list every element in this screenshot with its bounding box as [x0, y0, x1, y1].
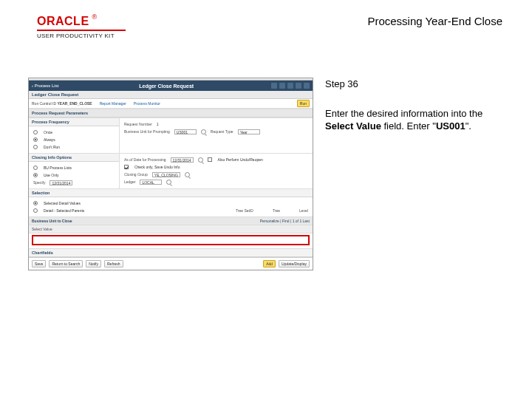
select-value-col: Select Value — [32, 227, 52, 231]
select-value-field[interactable] — [32, 235, 310, 245]
closing-group-input[interactable]: YE_CLOSING — [152, 172, 180, 177]
step-label: Step 36 — [325, 78, 497, 91]
oracle-upk-logo: ORACLE ® USER PRODUCTIVITY KIT — [37, 15, 126, 39]
label-selected-detail: Selected Detail Values — [44, 201, 81, 205]
request-type-label: Request Type — [211, 129, 233, 134]
notify-button[interactable]: Notify — [86, 260, 101, 267]
panel-closing-options: Closing Info Options — [29, 154, 119, 162]
instr-mid: field. Enter " — [381, 120, 436, 132]
refresh-button[interactable]: Refresh — [104, 260, 123, 267]
instruction-text: Enter the desired information into the S… — [325, 107, 497, 133]
label-detail-parents: Detail - Selected Parents — [44, 208, 84, 213]
radio-process-lists[interactable] — [33, 166, 38, 170]
instr-us001: US001 — [436, 120, 466, 132]
as-of-date-input[interactable]: 12/31/2014 — [171, 157, 194, 163]
request-type-input[interactable]: Year — [238, 129, 260, 134]
search-icon[interactable] — [279, 83, 285, 89]
grid-col-tree-setid: Tree SetID — [236, 208, 253, 213]
navbar-icons — [271, 83, 310, 89]
grid-col-tree: Tree — [273, 208, 280, 213]
upk-subtitle: USER PRODUCTIVITY KIT — [37, 33, 126, 39]
update-display-button[interactable]: Update/Display — [279, 260, 310, 267]
label-use-only: Use Only — [44, 173, 59, 177]
radio-use-only[interactable] — [33, 173, 38, 177]
instr-post: ". — [466, 120, 471, 132]
app-navbar: ‹ Process List Ledger Close Request — [29, 81, 313, 91]
nav-icon[interactable] — [296, 83, 301, 89]
radio-dont-run[interactable] — [33, 145, 38, 149]
logo-rule — [37, 30, 126, 31]
back-to-process-list[interactable]: ‹ Process List — [32, 83, 58, 88]
grid-personalize-bar[interactable]: Personalize | Find | 1 of 1 Last — [260, 219, 310, 223]
check-only-label: Check only, Save Undo Info — [134, 165, 180, 169]
calendar-icon[interactable] — [198, 157, 203, 163]
lookup-icon[interactable] — [166, 180, 171, 185]
run-control-id-value: YEAR_END_CLOSE — [57, 101, 92, 106]
grid-col-level: Level — [299, 208, 308, 213]
request-number-value: 1 — [157, 122, 159, 126]
radio-always[interactable] — [33, 137, 38, 142]
lookup-icon[interactable] — [201, 129, 206, 134]
menu-icon[interactable] — [304, 83, 310, 89]
panel-process-request-parameters: Process Request Parameters — [29, 109, 313, 117]
report-manager-link[interactable]: Report Manager — [100, 101, 126, 106]
notifications-icon[interactable] — [287, 83, 293, 89]
home-icon[interactable] — [271, 83, 277, 89]
check-only-checkbox[interactable] — [124, 165, 129, 169]
panel-selection: Selection — [29, 189, 313, 197]
label-once: Once — [44, 130, 52, 134]
as-of-date-label: As of Date for Processing — [124, 157, 166, 162]
panel-process-frequency: Process Frequency — [29, 118, 119, 126]
save-button[interactable]: Save — [32, 260, 46, 267]
label-process-lists: BU Process Lists — [44, 166, 72, 170]
radio-once[interactable] — [33, 130, 38, 134]
run-control-id-label: Run Control ID — [32, 101, 56, 106]
panel-chartfields: Chartfields — [29, 249, 313, 257]
navbar-title: Ledger Close Request — [139, 83, 194, 89]
ledger-input[interactable]: LOCAL — [140, 180, 162, 185]
radio-detail-parents[interactable] — [33, 208, 38, 213]
run-button[interactable]: Run — [297, 100, 310, 107]
breadcrumb: Ledger Close Request — [32, 92, 78, 97]
panel-bu-to-close: Business Unit to Close — [32, 219, 72, 223]
add-button[interactable]: Add — [263, 260, 276, 267]
radio-selected-detail[interactable] — [33, 201, 38, 205]
lookup-icon[interactable] — [185, 172, 190, 177]
footer-toolbar: Save Return to Search Notify Refresh Add… — [29, 257, 313, 270]
label-dont-run: Don't Run — [44, 145, 60, 149]
return-to-search-button[interactable]: Return to Search — [49, 260, 83, 267]
oracle-wordmark: ORACLE — [37, 15, 89, 28]
specify-date-label: Specify — [33, 180, 45, 185]
breadcrumb-bar: Ledger Close Request — [29, 91, 313, 99]
request-number-label: Request Number — [124, 122, 152, 126]
bu-prompt-label: Business Unit for Prompting — [124, 129, 170, 134]
specify-date-input[interactable]: 12/31/2014 — [50, 180, 72, 185]
process-monitor-link[interactable]: Process Monitor — [134, 101, 160, 106]
instr-select-value: Select Value — [325, 120, 381, 132]
closing-group-label: Closing Group — [124, 172, 148, 177]
document-title: Processing Year-End Close — [367, 15, 502, 27]
bu-prompt-input[interactable]: US001 — [174, 129, 197, 134]
undo-checkbox[interactable] — [208, 157, 212, 162]
app-screenshot: ‹ Process List Ledger Close Request Ledg… — [28, 78, 313, 270]
run-control-bar: Run Control ID YEAR_END_CLOSE Report Man… — [29, 99, 313, 109]
label-always: Always — [44, 137, 55, 142]
registered-icon: ® — [92, 13, 98, 21]
undo-label: Also Perform Undo/Reopen — [218, 157, 263, 162]
ledger-label: Ledger — [124, 180, 136, 184]
instr-pre: Enter the desired information into the — [325, 108, 482, 119]
